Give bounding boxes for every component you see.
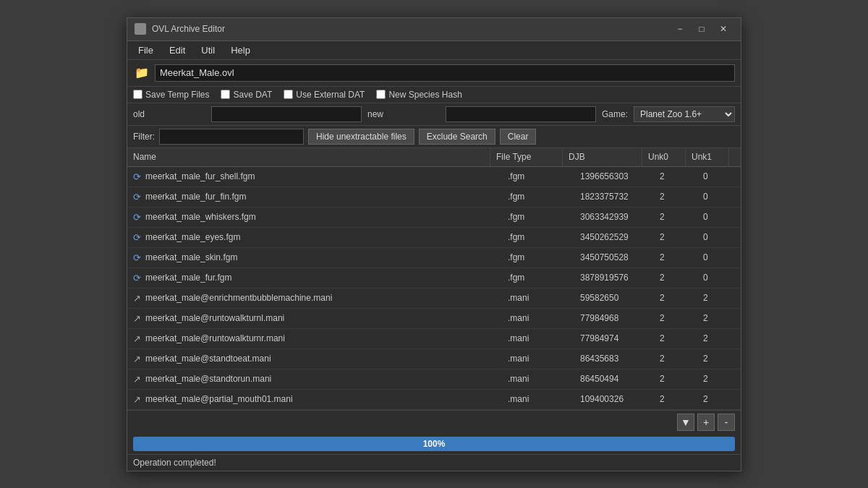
save-temp-label[interactable]: Save Temp Files bbox=[133, 90, 209, 100]
exclude-search-button[interactable]: Exclude Search bbox=[419, 129, 495, 145]
cell-unk0: 2 bbox=[654, 391, 697, 407]
cell-name: ↗ meerkat_male@runtowalkturnl.mani bbox=[127, 310, 502, 327]
file-toolbar: 📁 bbox=[127, 60, 741, 87]
col-unk0: Unk0 bbox=[642, 148, 686, 166]
save-dat-label[interactable]: Save DAT bbox=[221, 90, 272, 100]
table-row[interactable]: ↗ meerkat_male@standtorun.mani .mani 864… bbox=[127, 369, 741, 390]
cell-unk0: 2 bbox=[654, 229, 697, 245]
table-row[interactable]: ↗ meerkat_male@runtowalkturnl.mani .mani… bbox=[127, 309, 741, 329]
cell-djb: 86435683 bbox=[574, 351, 654, 367]
fgm-icon: ⟳ bbox=[133, 212, 141, 223]
cell-name: ⟳ meerkat_male_whiskers.fgm bbox=[127, 209, 502, 226]
cell-unk0: 2 bbox=[654, 209, 697, 225]
table-row[interactable]: ↗ meerkat_male@runtowalkturnr.mani .mani… bbox=[127, 329, 741, 349]
use-external-dat-label[interactable]: Use External DAT bbox=[284, 90, 365, 100]
menu-file[interactable]: File bbox=[131, 43, 161, 57]
menu-edit[interactable]: Edit bbox=[162, 43, 192, 57]
file-name: meerkat_male@runtowalkturnr.mani bbox=[145, 333, 285, 343]
table-row[interactable]: ⟳ meerkat_male_eyes.fgm .fgm 3450262529 … bbox=[127, 228, 741, 248]
col-djb: DJB bbox=[563, 148, 642, 166]
cell-filetype: .mani bbox=[502, 371, 574, 387]
new-field[interactable] bbox=[446, 106, 596, 122]
cell-djb: 1396656303 bbox=[574, 168, 654, 184]
cell-filetype: .fgm bbox=[502, 168, 574, 184]
menu-util[interactable]: Util bbox=[194, 43, 222, 57]
cell-filetype: .mani bbox=[502, 351, 574, 367]
progress-label: 100% bbox=[423, 439, 446, 449]
col-scroll bbox=[729, 148, 741, 166]
file-name: meerkat_male_whiskers.fgm bbox=[145, 212, 256, 222]
cell-djb: 77984974 bbox=[574, 330, 654, 346]
status-bar: Operation completed! bbox=[127, 454, 741, 471]
col-filetype: File Type bbox=[490, 148, 563, 166]
new-species-hash-checkbox[interactable] bbox=[376, 90, 386, 99]
table-row[interactable]: ↗ meerkat_male@standtoeat.mani .mani 864… bbox=[127, 349, 741, 369]
filter-input[interactable] bbox=[159, 129, 304, 145]
table-row[interactable]: ↗ meerkat_male@enrichmentbubblemachine.m… bbox=[127, 288, 741, 309]
cell-name: ↗ meerkat_male@runtowalkturnr.mani bbox=[127, 330, 502, 347]
save-temp-checkbox[interactable] bbox=[133, 90, 142, 99]
file-path-input[interactable] bbox=[155, 64, 735, 82]
cell-unk1: 0 bbox=[697, 270, 741, 286]
scroll-down-button[interactable]: ▼ bbox=[677, 414, 694, 431]
menu-help[interactable]: Help bbox=[224, 43, 258, 57]
table-row[interactable]: ⟳ meerkat_male_skin.fgm .fgm 3450750528 … bbox=[127, 248, 741, 268]
cell-unk0: 2 bbox=[654, 168, 697, 184]
cell-djb: 3063342939 bbox=[574, 209, 654, 225]
cell-unk1: 2 bbox=[697, 310, 741, 326]
cell-name: ↗ meerkat_male@partial_mouth01.mani bbox=[127, 391, 502, 408]
cell-unk0: 2 bbox=[654, 249, 697, 265]
file-name: meerkat_male@runtowalkturnl.mani bbox=[145, 313, 284, 323]
hide-unextractable-button[interactable]: Hide unextractable files bbox=[308, 129, 414, 145]
use-external-dat-checkbox[interactable] bbox=[284, 90, 293, 99]
mani-icon: ↗ bbox=[133, 293, 141, 304]
cell-unk1: 2 bbox=[697, 290, 741, 306]
cell-djb: 3450262529 bbox=[574, 229, 654, 245]
main-window: OVL Archive Editor − □ ✕ File Edit Util … bbox=[127, 17, 741, 471]
file-name: meerkat_male_eyes.fgm bbox=[145, 232, 240, 242]
cell-filetype: .mani bbox=[502, 290, 574, 306]
app-icon bbox=[135, 23, 146, 35]
save-dat-checkbox[interactable] bbox=[221, 90, 230, 99]
table-row[interactable]: ⟳ meerkat_male_whiskers.fgm .fgm 3063342… bbox=[127, 207, 741, 228]
table-row[interactable]: ⟳ meerkat_male_fur_shell.fgm .fgm 139665… bbox=[127, 167, 741, 187]
old-field[interactable] bbox=[211, 106, 362, 122]
table-container: Name File Type DJB Unk0 Unk1 ⟳ meerkat_m… bbox=[127, 148, 741, 410]
mani-icon: ↗ bbox=[133, 354, 141, 364]
file-name: meerkat_male@enrichmentbubblemachine.man… bbox=[145, 293, 332, 303]
new-species-hash-label[interactable]: New Species Hash bbox=[376, 90, 461, 100]
col-name: Name bbox=[127, 148, 490, 166]
table-row[interactable]: ↗ meerkat_male@partial_mouth01.mani .man… bbox=[127, 390, 741, 410]
title-bar: OVL Archive Editor − □ ✕ bbox=[127, 18, 741, 41]
old-label: old bbox=[133, 109, 205, 119]
cell-filetype: .fgm bbox=[502, 209, 574, 225]
cell-unk1: 0 bbox=[697, 229, 741, 245]
table-row[interactable]: ⟳ meerkat_male_fur.fgm .fgm 3878919576 2… bbox=[127, 268, 741, 288]
cell-unk0: 2 bbox=[654, 270, 697, 286]
cell-unk1: 0 bbox=[697, 189, 741, 205]
close-button[interactable]: ✕ bbox=[713, 22, 733, 36]
cell-unk1: 0 bbox=[697, 168, 741, 184]
window-title: OVL Archive Editor bbox=[152, 24, 670, 34]
cell-djb: 59582650 bbox=[574, 290, 654, 306]
folder-open-button[interactable]: 📁 bbox=[133, 64, 150, 82]
fgm-icon: ⟳ bbox=[133, 192, 141, 202]
table-row[interactable]: ⟳ meerkat_male_fur_fin.fgm .fgm 18233757… bbox=[127, 187, 741, 207]
file-name: meerkat_male@standtoeat.mani bbox=[145, 354, 271, 364]
remove-button[interactable]: - bbox=[718, 414, 735, 431]
filter-bar: Filter: Hide unextractable files Exclude… bbox=[127, 126, 741, 148]
file-name: meerkat_male_fur_shell.fgm bbox=[145, 171, 255, 181]
minimize-button[interactable]: − bbox=[670, 22, 690, 36]
cell-unk0: 2 bbox=[654, 371, 697, 387]
cell-unk0: 2 bbox=[654, 189, 697, 205]
mani-icon: ↗ bbox=[133, 394, 141, 405]
maximize-button[interactable]: □ bbox=[692, 22, 712, 36]
mani-icon: ↗ bbox=[133, 313, 141, 324]
fgm-icon: ⟳ bbox=[133, 232, 141, 243]
table-header: Name File Type DJB Unk0 Unk1 bbox=[127, 148, 741, 167]
clear-button[interactable]: Clear bbox=[500, 129, 537, 145]
add-button[interactable]: + bbox=[697, 414, 715, 431]
file-name: meerkat_male_fur.fgm bbox=[145, 273, 231, 283]
game-select[interactable]: Planet Zoo 1.6+ bbox=[634, 106, 735, 122]
new-label: new bbox=[367, 109, 440, 119]
